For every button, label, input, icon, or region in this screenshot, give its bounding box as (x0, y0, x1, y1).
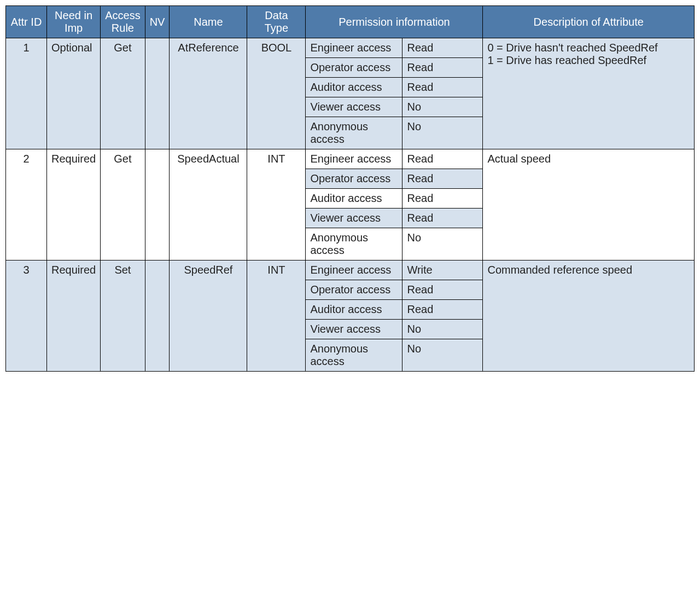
cell-permission-role: Anonymous access (306, 339, 402, 372)
cell-permission-value: Read (402, 78, 483, 97)
header-name: Name (170, 6, 247, 38)
cell-data-type: INT (247, 261, 306, 372)
cell-need-in-imp: Optional (47, 38, 101, 149)
header-need-in-imp: Need in Imp (47, 6, 101, 38)
cell-permission-role: Operator access (306, 58, 402, 78)
cell-permission-value: Write (402, 261, 483, 280)
cell-permission-value: Read (402, 280, 483, 300)
cell-permission-role: Auditor access (306, 300, 402, 320)
table-row: 2RequiredGetSpeedActualINTEngineer acces… (6, 149, 695, 169)
cell-permission-value: Read (402, 209, 483, 228)
cell-permission-value: Read (402, 38, 483, 58)
cell-nv (145, 149, 170, 261)
cell-permission-role: Viewer access (306, 97, 402, 117)
cell-permission-value: No (402, 97, 483, 117)
cell-permission-role: Anonymous access (306, 117, 402, 149)
cell-attr-id: 2 (6, 149, 47, 261)
cell-permission-role: Viewer access (306, 209, 402, 228)
cell-permission-role: Viewer access (306, 320, 402, 339)
cell-permission-role: Engineer access (306, 149, 402, 169)
header-description: Description of Attribute (483, 6, 695, 38)
cell-access-rule: Get (101, 149, 145, 261)
table-header-row: Attr ID Need in Imp Access Rule NV Name … (6, 6, 695, 38)
cell-permission-role: Auditor access (306, 189, 402, 209)
cell-permission-role: Engineer access (306, 261, 402, 280)
header-attr-id: Attr ID (6, 6, 47, 38)
cell-name: SpeedRef (170, 261, 247, 372)
cell-permission-value: No (402, 117, 483, 149)
header-nv: NV (145, 6, 170, 38)
cell-access-rule: Set (101, 261, 145, 372)
cell-need-in-imp: Required (47, 261, 101, 372)
header-data-type: Data Type (247, 6, 306, 38)
cell-permission-value: No (402, 228, 483, 261)
attribute-table: Attr ID Need in Imp Access Rule NV Name … (5, 5, 695, 372)
cell-permission-role: Engineer access (306, 38, 402, 58)
cell-data-type: BOOL (247, 38, 306, 149)
cell-permission-role: Anonymous access (306, 228, 402, 261)
cell-permission-value: No (402, 339, 483, 372)
table-row: 1OptionalGetAtReferenceBOOLEngineer acce… (6, 38, 695, 58)
cell-name: AtReference (170, 38, 247, 149)
header-access-rule: Access Rule (101, 6, 145, 38)
cell-permission-value: Read (402, 149, 483, 169)
cell-permission-role: Auditor access (306, 78, 402, 97)
cell-permission-role: Operator access (306, 169, 402, 189)
cell-nv (145, 38, 170, 149)
cell-permission-value: Read (402, 189, 483, 209)
cell-attr-id: 3 (6, 261, 47, 372)
cell-permission-value: No (402, 320, 483, 339)
cell-name: SpeedActual (170, 149, 247, 261)
cell-permission-value: Read (402, 169, 483, 189)
cell-nv (145, 261, 170, 372)
cell-description: Actual speed (483, 149, 695, 261)
cell-data-type: INT (247, 149, 306, 261)
cell-permission-value: Read (402, 58, 483, 78)
cell-description: 0 = Drive hasn't reached SpeedRef 1 = Dr… (483, 38, 695, 149)
cell-attr-id: 1 (6, 38, 47, 149)
cell-permission-role: Operator access (306, 280, 402, 300)
cell-need-in-imp: Required (47, 149, 101, 261)
cell-access-rule: Get (101, 38, 145, 149)
header-permission-info: Permission information (306, 6, 483, 38)
table-row: 3RequiredSetSpeedRefINTEngineer accessWr… (6, 261, 695, 280)
cell-description: Commanded reference speed (483, 261, 695, 372)
cell-permission-value: Read (402, 300, 483, 320)
